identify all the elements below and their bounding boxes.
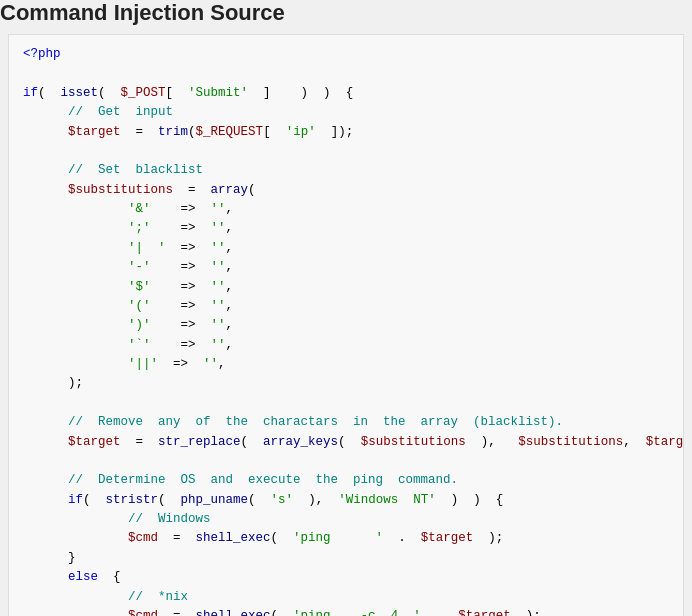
line-closebrace1: } [23,551,76,565]
line-amp: '&' => '', [23,202,233,216]
line-doublepipe: '||' => '', [23,357,226,371]
line-dollar: '$' => '', [23,280,233,294]
line-comment2: // Set blacklist [23,163,203,177]
line-closesubs: ); [23,376,83,390]
line-comment4: // Determine OS and execute the ping com… [23,473,458,487]
line-if2: if( stristr( php_uname( 's' ), 'Windows … [23,493,503,507]
line-semi: ';' => '', [23,221,233,235]
line-nix-cmd: $cmd = shell_exec( 'ping -c 4 ' . $targe… [23,609,541,616]
php-open-tag: <?php [23,47,61,61]
line-strreplace: $target = str_replace( array_keys( $subs… [23,435,684,449]
line-pipe: '| ' => '', [23,241,233,255]
line-nix-comment: // *nix [23,590,188,604]
page-title: Command Injection Source [0,0,692,26]
line-comment1: // Get input [23,105,173,119]
line-win-comment: // Windows [23,512,211,526]
line-target1: $target = trim($_REQUEST[ 'ip' ]); [23,125,353,139]
line-dash: '-' => '', [23,260,233,274]
code-block: <?php if( isset( $_POST[ 'Submit' ] ) ) … [23,45,669,616]
line-backtick: '`' => '', [23,338,233,352]
line-else: else { [23,570,121,584]
line-win-cmd: $cmd = shell_exec( 'ping ' . $target ); [23,531,503,545]
page-header: Command Injection Source [0,0,692,26]
code-container: <?php if( isset( $_POST[ 'Submit' ] ) ) … [8,34,684,616]
line-openparen: '(' => '', [23,299,233,313]
line-subs: $substitutions = array( [23,183,256,197]
line-comment3: // Remove any of the charactars in the a… [23,415,563,429]
line-closeparen: ')' => '', [23,318,233,332]
line-if: if( isset( $_POST[ 'Submit' ] ) ) { [23,86,353,100]
